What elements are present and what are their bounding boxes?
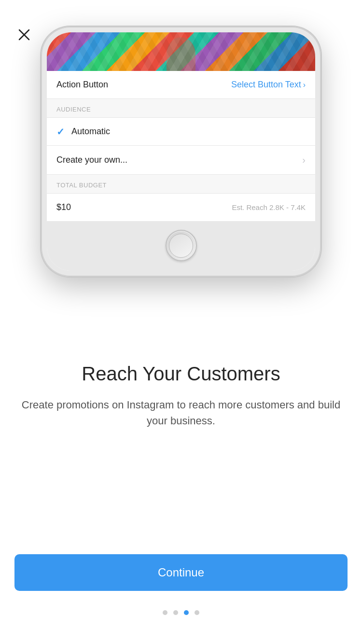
dot-3 [184,610,189,615]
close-button[interactable] [14,25,34,44]
main-content: Reach Your Customers Create promotions o… [0,362,362,429]
automatic-audience-row[interactable]: ✓ Automatic [47,118,315,146]
create-own-chevron-icon: › [302,154,306,166]
dot-1 [163,610,167,615]
phone-image [47,32,315,71]
action-button-row[interactable]: Action Button Select Button Text › [47,71,315,99]
action-button-chevron: › [303,81,306,89]
phone-content: Action Button Select Button Text › AUDIE… [47,71,315,221]
main-title: Reach Your Customers [19,362,343,385]
home-button-inner [169,234,193,258]
phone-mockup: Action Button Select Button Text › AUDIE… [41,27,321,277]
continue-button[interactable]: Continue [14,554,348,591]
select-button-text-action[interactable]: Select Button Text › [231,80,306,90]
checkmark-icon: ✓ [56,127,65,137]
phone-bottom [47,221,315,271]
budget-amount: $10 [56,202,71,212]
home-button[interactable] [166,230,197,261]
page-indicator [0,610,362,615]
audience-section-header: AUDIENCE [47,99,315,118]
main-description: Create promotions on Instagram to reach … [19,397,343,429]
estimated-reach: Est. Reach 2.8K - 7.4K [232,203,306,211]
budget-row[interactable]: $10 Est. Reach 2.8K - 7.4K [47,194,315,221]
action-button-label: Action Button [56,80,108,90]
create-own-audience-row[interactable]: Create your own... › [47,146,315,175]
budget-section-header: TOTAL BUDGET [47,175,315,194]
dot-2 [173,610,178,615]
dot-4 [195,610,199,615]
